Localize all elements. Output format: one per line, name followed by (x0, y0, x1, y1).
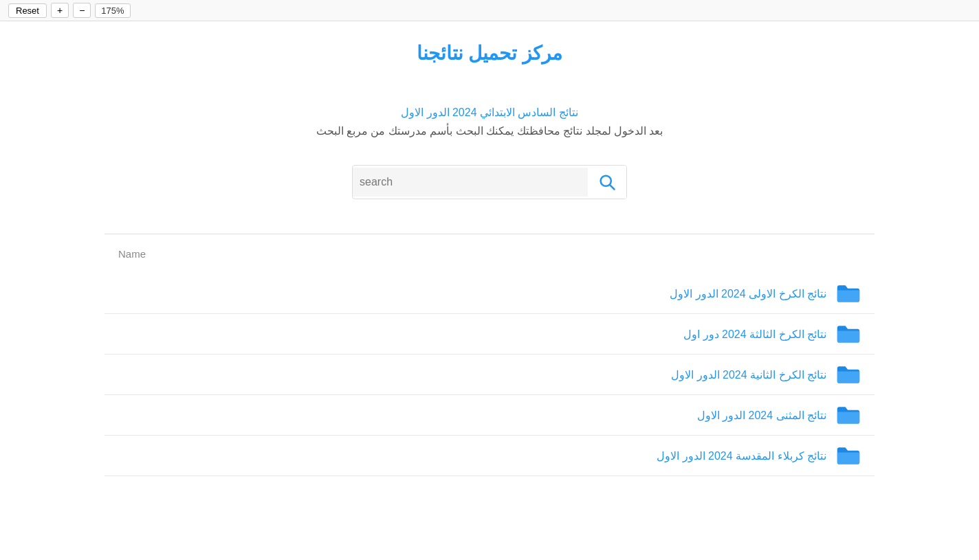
page-title: مركز تحميل نتائجنا (104, 42, 874, 65)
list-item[interactable]: نتائج المثنى 2024 الدور الاول (104, 395, 874, 436)
file-name: نتائج المثنى 2024 الدور الاول (697, 409, 826, 422)
search-container (104, 165, 874, 199)
subtitle-description: بعد الدخول لمجلد نتائج محافظتك يمكنك الب… (316, 125, 663, 137)
file-name: نتائج الكرخ الثالثة 2024 دور اول (683, 328, 826, 341)
file-name: نتائج كربلاء المقدسة 2024 الدور الاول (657, 449, 826, 462)
search-input[interactable] (353, 168, 588, 197)
list-item[interactable]: نتائج كربلاء المقدسة 2024 الدور الاول (104, 436, 874, 476)
subtitle-section: نتائج السادس الابتدائي 2024 الدور الاول … (104, 106, 874, 137)
zoom-out-button[interactable]: − (73, 3, 91, 18)
search-box (352, 165, 627, 199)
top-bar: 175% − + Reset (0, 0, 979, 21)
file-name: نتائج الكرخ الثانية 2024 الدور الاول (671, 368, 826, 381)
zoom-in-button[interactable]: + (51, 3, 69, 18)
list-item[interactable]: نتائج الكرخ الثانية 2024 الدور الاول (104, 355, 874, 395)
search-icon (588, 166, 626, 199)
folder-icon (836, 283, 861, 304)
file-list-section: Name نتائج الكرخ الاولى 2024 الدور الاول… (104, 234, 874, 476)
file-list-header: Name (104, 241, 874, 267)
folder-icon (836, 364, 861, 385)
folder-icon (836, 405, 861, 425)
zoom-level: 175% (95, 3, 130, 18)
zoom-reset-button[interactable]: Reset (8, 3, 47, 18)
file-name: نتائج الكرخ الاولى 2024 الدور الاول (670, 287, 826, 300)
subtitle-link[interactable]: نتائج السادس الابتدائي 2024 الدور الاول (104, 106, 874, 119)
folder-icon (836, 445, 861, 466)
list-item[interactable]: نتائج الكرخ الاولى 2024 الدور الاول (104, 273, 874, 314)
folder-icon (836, 324, 861, 344)
page-container: مركز تحميل نتائجنا نتائج السادس الابتدائ… (77, 21, 902, 490)
svg-line-1 (610, 185, 614, 189)
list-item[interactable]: نتائج الكرخ الثالثة 2024 دور اول (104, 314, 874, 355)
